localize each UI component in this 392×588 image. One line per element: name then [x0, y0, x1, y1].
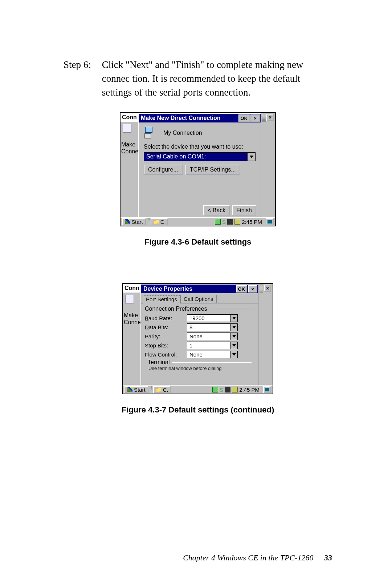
windows-flag-icon	[127, 387, 132, 392]
dropdown-arrow-icon[interactable]	[230, 351, 237, 358]
device-properties-dialog: Device Properties OK × Port Settings Cal…	[140, 284, 259, 386]
make-new-connection-dialog: Make New Direct Connection OK × My Conne…	[138, 113, 261, 218]
folder-icon: 📁	[153, 218, 160, 225]
dialog-title: Make New Direct Connection	[141, 115, 238, 121]
background-app-icon	[125, 295, 134, 303]
taskbar-item[interactable]: 📁 C.	[151, 218, 168, 225]
start-button[interactable]: Start	[122, 218, 146, 225]
footer-page-number: 33	[324, 553, 332, 562]
sound-icon[interactable]	[232, 387, 238, 392]
background-item-label: MakeConne	[121, 141, 138, 155]
start-button[interactable]: Start	[124, 386, 148, 393]
background-window-title: Conn	[123, 284, 141, 293]
step-body: Click "Next" and "Finish" to complete ma…	[102, 58, 332, 99]
keyboard-icon[interactable]	[227, 219, 233, 225]
footer-chapter: Chapter 4 Windows CE in the TPC-1260	[183, 553, 313, 562]
status-s-icon: S	[222, 219, 226, 225]
close-button[interactable]: ×	[250, 114, 260, 122]
tab-bar: Port Settings Call Options	[141, 293, 258, 303]
tab-call-options[interactable]: Call Options	[180, 295, 217, 303]
data-bits-field: Data Bits: 8	[145, 323, 254, 332]
sound-icon[interactable]	[234, 219, 240, 225]
tcpip-settings-button[interactable]: TCP/IP Settings...	[185, 165, 240, 175]
step-label: Step 6:	[64, 58, 91, 99]
network-icon[interactable]	[212, 387, 218, 392]
back-button[interactable]: < Back	[203, 205, 230, 216]
connection-name: My Connection	[163, 130, 202, 136]
background-handle-icon	[260, 284, 263, 293]
group-rule-icon	[172, 362, 252, 363]
connection-icon	[144, 127, 157, 139]
taskbar-divider-icon	[148, 218, 150, 225]
background-app-icon	[123, 124, 131, 133]
system-tray: S 2:45 PM	[210, 387, 262, 393]
dialog-titlebar: Device Properties OK ×	[141, 285, 258, 293]
select-device-label: Select the device that you want to use:	[142, 143, 257, 152]
baud-rate-select[interactable]: 19200	[187, 314, 238, 322]
keyboard-icon[interactable]	[225, 387, 230, 392]
background-handle-icon	[262, 113, 266, 122]
baud-rate-label: Baud Rate:	[145, 315, 185, 321]
background-item-label: MakeConne	[123, 312, 141, 326]
figure-caption: Figure 4.3-7 Default settings (continued…	[64, 405, 332, 415]
taskbar: Start 📁 C. S 2:45 PM	[121, 217, 275, 226]
status-s-icon: S	[220, 387, 223, 393]
screenshot-1: Conn × MakeConne Make New Direct Connect…	[120, 112, 276, 226]
baud-rate-field: Baud Rate: 19200	[145, 314, 254, 323]
show-desktop-button[interactable]	[263, 386, 271, 393]
dropdown-arrow-icon[interactable]	[247, 153, 255, 161]
taskbar-item[interactable]: 📁 C.	[153, 386, 171, 393]
clock: 2:45 PM	[242, 219, 262, 225]
flow-control-select[interactable]: None	[187, 351, 238, 358]
device-combobox[interactable]: Serial Cable on COM1:	[144, 152, 256, 161]
terminal-option-cut: Use terminal window before dialing	[145, 366, 254, 371]
close-button[interactable]: ×	[248, 285, 257, 293]
system-tray: S 2:45 PM	[213, 219, 264, 225]
tab-port-settings[interactable]: Port Settings	[143, 295, 180, 303]
network-icon[interactable]	[215, 219, 221, 225]
ok-button[interactable]: OK	[236, 285, 248, 293]
group-label: Connection Preferences	[145, 306, 207, 312]
taskbar: Start 📁 C. S 2:45 PM	[123, 385, 273, 394]
terminal-label: Terminal	[148, 359, 170, 366]
step-6-paragraph: Step 6: Click "Next" and "Finish" to com…	[64, 58, 332, 99]
data-bits-select[interactable]: 8	[187, 323, 238, 331]
dropdown-arrow-icon[interactable]	[230, 333, 237, 340]
data-bits-label: Data Bits:	[145, 324, 185, 330]
dropdown-arrow-icon[interactable]	[230, 324, 237, 331]
ok-button[interactable]: OK	[238, 114, 250, 122]
windows-flag-icon	[125, 219, 130, 224]
flow-control-label: Flow Control:	[145, 351, 185, 358]
taskbar-divider-icon	[151, 386, 152, 393]
folder-icon: 📁	[155, 386, 162, 393]
parity-label: Parity:	[145, 333, 185, 339]
flow-control-field: Flow Control: None	[145, 350, 254, 359]
dropdown-arrow-icon[interactable]	[230, 342, 237, 349]
parity-field: Parity: None	[145, 332, 254, 341]
group-rule-icon	[209, 309, 254, 309]
dropdown-arrow-icon[interactable]	[230, 315, 237, 322]
stop-bits-select[interactable]: 1	[187, 342, 238, 349]
stop-bits-label: Stop Bits:	[145, 342, 185, 349]
show-desktop-button[interactable]	[266, 218, 274, 225]
screenshot-2: Conn × MakeConne Device Properties OK × …	[122, 283, 273, 394]
background-close-button[interactable]: ×	[266, 114, 274, 121]
finish-button[interactable]: Finish	[232, 205, 256, 216]
figure-caption: Figure 4.3-6 Default settings	[64, 237, 332, 247]
page-footer: Chapter 4 Windows CE in the TPC-1260 33	[183, 553, 332, 563]
stop-bits-field: Stop Bits: 1	[145, 341, 254, 350]
parity-select[interactable]: None	[187, 333, 238, 340]
figure-4-3-6: Conn × MakeConne Make New Direct Connect…	[64, 112, 332, 247]
dialog-title: Device Properties	[143, 286, 235, 292]
background-close-button[interactable]: ×	[264, 285, 271, 292]
clock: 2:45 PM	[239, 387, 260, 393]
dialog-titlebar: Make New Direct Connection OK ×	[139, 114, 261, 122]
background-window-title: Conn	[121, 113, 138, 122]
device-value: Serial Cable on COM1:	[144, 153, 247, 161]
figure-4-3-7: Conn × MakeConne Device Properties OK × …	[64, 283, 332, 415]
configure-button[interactable]: Configure...	[144, 165, 183, 175]
